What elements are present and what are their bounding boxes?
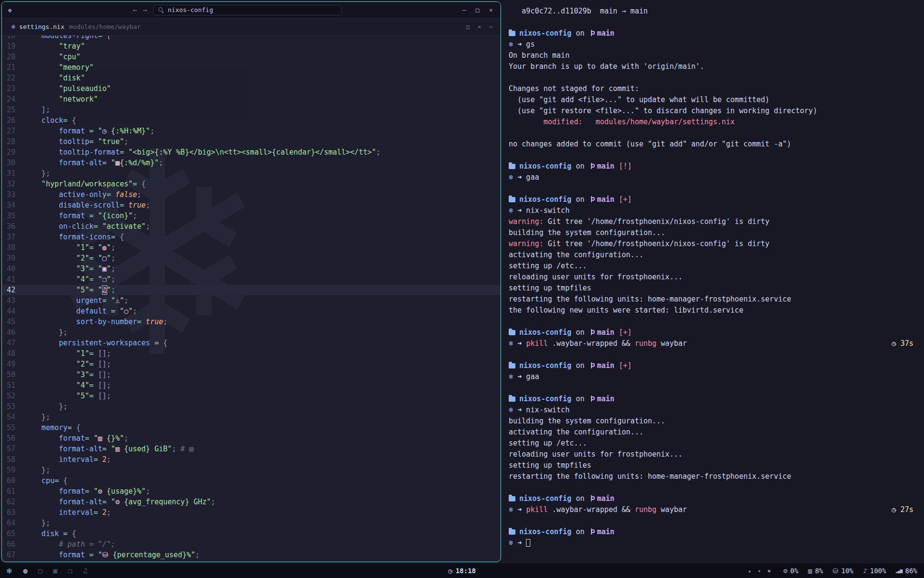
code-line[interactable]: 49 "2"= []; bbox=[2, 359, 500, 369]
nix-snowflake-icon: ❄ bbox=[509, 206, 517, 215]
volume-module[interactable]: ♪100% bbox=[863, 567, 886, 575]
code-line[interactable]: 28 tooltip= "true"; bbox=[2, 136, 500, 147]
terminal-line bbox=[509, 349, 917, 360]
line-number: 30 bbox=[2, 158, 24, 168]
code-line[interactable]: 62 format-alt= "⚙ {avg_frequency} GHz"; bbox=[2, 497, 500, 507]
code-line[interactable]: 25 ]; bbox=[2, 105, 500, 115]
code-line[interactable]: 64 }; bbox=[2, 518, 500, 528]
code-line[interactable]: 46 }; bbox=[2, 327, 500, 338]
workspace-4[interactable]: ❐ bbox=[68, 566, 72, 575]
terminal-line: activating the configuration... bbox=[509, 250, 917, 261]
code-line[interactable]: 40 "3"= "▣"; bbox=[2, 263, 500, 274]
code-line[interactable]: 65 disk = { bbox=[2, 528, 500, 539]
code-line[interactable]: 37 format-icons= { bbox=[2, 232, 500, 242]
code-line[interactable]: 36 on-click= "activate"; bbox=[2, 221, 500, 232]
line-number: 44 bbox=[2, 306, 24, 316]
code-line[interactable]: 55 memory= { bbox=[2, 422, 500, 433]
line-number: 68 bbox=[2, 560, 24, 562]
tray-icon[interactable]: ▴ bbox=[748, 567, 751, 574]
code-line[interactable]: 44 default = "○"; bbox=[2, 306, 500, 316]
workspace-3[interactable]: ▣ bbox=[53, 566, 57, 575]
line-number: 64 bbox=[2, 518, 24, 528]
editor[interactable]: ❄ 18 modules-right= [19 "tray"20 "cpu"21… bbox=[2, 36, 500, 562]
code-line[interactable]: 21 "memory" bbox=[2, 62, 500, 73]
code-line[interactable]: 57 format-alt= "▥ {used} GiB"; # ▤ bbox=[2, 444, 500, 454]
desktop: ❖ ← → nixos-config — □ × ❄ settings.nix … bbox=[0, 0, 924, 564]
nav-back-button[interactable]: ← bbox=[133, 6, 137, 14]
code-line[interactable]: 38 "1"= "◍"; bbox=[2, 242, 500, 253]
code-line[interactable]: 68 interval= 60; bbox=[2, 560, 500, 562]
code-line[interactable]: 58 interval= 2; bbox=[2, 454, 500, 465]
code-line[interactable]: 47 persistent-workspaces = { bbox=[2, 338, 500, 348]
code-line[interactable]: 42 "5"= "♫"; bbox=[2, 285, 500, 295]
app-logo-icon[interactable]: ❖ bbox=[8, 6, 12, 14]
code-line[interactable]: 35 format = "{icon}"; bbox=[2, 210, 500, 221]
code-line[interactable]: 31 }; bbox=[2, 168, 500, 179]
code-line[interactable]: 39 "2"= "▢"; bbox=[2, 253, 500, 263]
nixos-logo-icon[interactable]: ❄ bbox=[7, 566, 12, 576]
code-line[interactable]: 27 format = "◷ {:%H:%M}"; bbox=[2, 126, 500, 136]
nav-forward-button[interactable]: → bbox=[143, 6, 147, 14]
code-line[interactable]: 32 "hyprland/workspaces"= { bbox=[2, 179, 500, 189]
command-duration: ◷ 37s bbox=[892, 338, 917, 349]
tray-icon[interactable]: ✦ bbox=[757, 567, 761, 574]
code-line[interactable]: 24 "network" bbox=[2, 94, 500, 105]
cpu-module[interactable]: ⚙0% bbox=[783, 567, 798, 575]
code-line[interactable]: 45 sort-by-number= true; bbox=[2, 316, 500, 327]
code-line[interactable]: 67 format = "⛁ {percentage_used}%"; bbox=[2, 550, 500, 560]
maximize-button[interactable]: □ bbox=[475, 6, 479, 13]
code-line[interactable]: 43 urgent= "⚠"; bbox=[2, 295, 500, 306]
network-module[interactable]: ▂▄▆86% bbox=[896, 567, 917, 575]
more-options-icon[interactable]: ⋯ bbox=[489, 23, 493, 30]
disk-module[interactable]: ⛁10% bbox=[833, 567, 853, 575]
code-line[interactable]: 48 "1"= []; bbox=[2, 348, 500, 359]
code-line[interactable]: 66 # path = "/"; bbox=[2, 539, 500, 550]
code-line[interactable]: 34 disable-scroll= true; bbox=[2, 200, 500, 210]
code-line[interactable]: 59 }; bbox=[2, 465, 500, 475]
code-line[interactable]: 41 "4"= "❐"; bbox=[2, 274, 500, 285]
workspace-2[interactable]: ▢ bbox=[38, 566, 42, 575]
nix-file-icon: ❄ bbox=[12, 23, 15, 30]
clock-time: 18:18 bbox=[456, 567, 476, 575]
code-line[interactable]: 18 modules-right= [ bbox=[2, 36, 500, 41]
workspace-5[interactable]: ♫ bbox=[83, 566, 87, 575]
code-line[interactable]: 22 "disk" bbox=[2, 73, 500, 83]
code-line[interactable]: 20 "cpu" bbox=[2, 52, 500, 62]
memory-module[interactable]: ▥8% bbox=[808, 567, 823, 575]
code-line[interactable]: 29 tooltip-format= "<big>{:%Y %B}</big>\… bbox=[2, 147, 500, 158]
code-line[interactable]: 19 "tray" bbox=[2, 41, 500, 52]
minimize-button[interactable]: — bbox=[462, 6, 466, 13]
code-line[interactable]: 33 active-only= false; bbox=[2, 189, 500, 200]
disk-value: 10% bbox=[841, 567, 853, 575]
code-line[interactable]: 54 }; bbox=[2, 412, 500, 422]
workspace-1[interactable]: ◍ bbox=[23, 566, 27, 575]
folder-icon bbox=[509, 164, 515, 169]
terminal[interactable]: a9c0c72..d11029b main → mainnixos-config… bbox=[501, 0, 924, 564]
code-line[interactable]: 61 format= "⚙ {usage}%"; bbox=[2, 486, 500, 497]
titlebar[interactable]: ❖ ← → nixos-config — □ × bbox=[2, 2, 500, 18]
tab-filename[interactable]: settings.nix bbox=[19, 23, 64, 30]
code-line[interactable]: 63 interval= 2; bbox=[2, 507, 500, 518]
project-search[interactable]: nixos-config bbox=[153, 5, 342, 15]
clock-module[interactable]: ◷ 18:18 bbox=[448, 567, 476, 575]
code-line[interactable]: 56 format= "▥ {}%"; bbox=[2, 433, 500, 444]
code-line[interactable]: 50 "3"= []; bbox=[2, 369, 500, 380]
code-line[interactable]: 52 "5"= []; bbox=[2, 391, 500, 401]
code-line[interactable]: 23 "pulseaudio" bbox=[2, 83, 500, 94]
tray-icon[interactable]: ▪ bbox=[767, 567, 770, 574]
code-line[interactable]: 60 cpu= { bbox=[2, 475, 500, 486]
terminal-line: Your branch is up to date with 'origin/m… bbox=[509, 61, 917, 72]
code-line[interactable]: 51 "4"= []; bbox=[2, 380, 500, 391]
folder-icon bbox=[509, 529, 515, 535]
git-branch-icon bbox=[589, 196, 594, 203]
close-button[interactable]: × bbox=[489, 6, 493, 13]
tab-close-icon[interactable]: × bbox=[477, 23, 481, 30]
code-line[interactable]: 26 clock= { bbox=[2, 115, 500, 126]
line-number: 63 bbox=[2, 507, 24, 518]
code-lines: 18 modules-right= [19 "tray"20 "cpu"21 "… bbox=[2, 36, 500, 562]
git-branch-icon bbox=[589, 395, 594, 402]
code-line[interactable]: 53 }; bbox=[2, 401, 500, 412]
code-line[interactable]: 30 format-alt= "▦{:%d/%m}"; bbox=[2, 158, 500, 168]
split-pane-icon[interactable]: ◫ bbox=[466, 23, 470, 30]
line-number: 45 bbox=[2, 316, 24, 327]
